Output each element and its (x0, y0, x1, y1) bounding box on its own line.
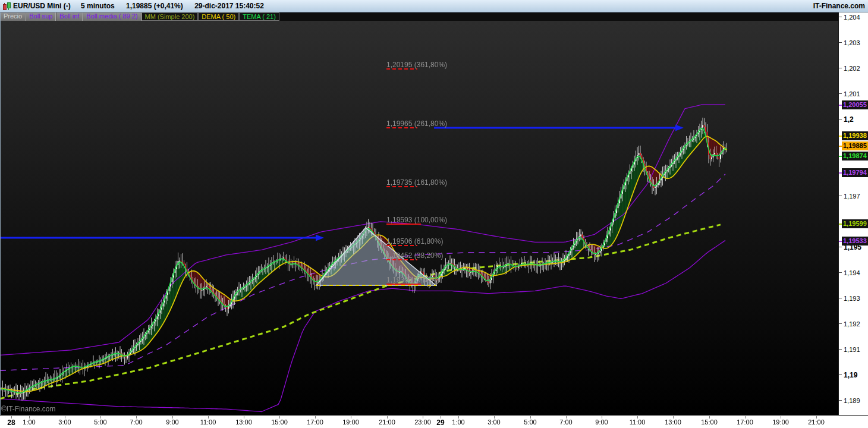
change-percent: (+0,41%) (154, 2, 183, 10)
chart-plot-area[interactable]: 1,20195 (361,80%)1,19965 (261,80%)1,1973… (0, 21, 838, 415)
legend-item[interactable]: Precio (0, 12, 26, 21)
price-badge: 1,19885 (839, 141, 868, 150)
price-tick-label: 1,204 (839, 14, 868, 21)
price-badge: 1,19938 (839, 131, 868, 140)
legend-item[interactable]: DEMA ( 50) (198, 12, 239, 21)
price-tick-label: 1,192 (839, 320, 868, 328)
price-badge: 1,19533 (839, 237, 868, 246)
price-tick-label: 1,189 (839, 397, 868, 404)
datetime-label: 29-dic-2017 15:40:52 (194, 0, 264, 12)
price-tick-label: 1,203 (839, 39, 868, 46)
price-badge: 1,19599 (839, 219, 868, 228)
last-price-label: 1,19885 (+0,41%) (126, 0, 183, 12)
watermark: ©IT-Finance.com (1, 405, 56, 413)
time-axis[interactable]: 281:003:005:007:009:0011:0013:0015:0017:… (0, 415, 868, 428)
fib-level-label: 1,19506 (61,80%) (386, 237, 443, 246)
price-tick-label: 1,2 (839, 116, 868, 123)
price-badge: 1,20055 (839, 100, 868, 109)
price-badge: 1,19794 (839, 168, 868, 177)
fib-level-label: 1,19735 (161,80%) (386, 178, 447, 187)
candlestick-icon (2, 2, 11, 10)
branding-label: IT-Finance.com (813, 0, 865, 12)
legend-item[interactable]: Boll inf (56, 12, 83, 21)
price-tick-label: 1,191 (839, 346, 868, 353)
price-badge: 1,19874 (839, 152, 868, 160)
last-price-value: 1,19885 (126, 2, 152, 10)
timeframe-label: 5 minutos (81, 0, 115, 12)
price-tick-label: 1,202 (839, 65, 868, 72)
legend-item[interactable]: Boll media ( 89 2) (83, 12, 141, 21)
chart-window: EUR/USD Mini (-) 5 minutos 1,19885 (+0,4… (0, 0, 868, 428)
price-tick-label: 1,19 (839, 372, 868, 379)
price-tick-label: 1,201 (839, 90, 868, 97)
title-bar: EUR/USD Mini (-) 5 minutos 1,19885 (+0,4… (0, 0, 868, 12)
symbol-title: EUR/USD Mini (-) (13, 0, 71, 12)
fib-level-label: 1,19364 (0,00%) (386, 276, 439, 284)
legend-item[interactable]: Boll sup (26, 12, 56, 21)
legend-item[interactable]: MM (Simple 200) (141, 12, 199, 21)
window-edge (0, 12, 1, 415)
fib-level-label: 1,19452 (38,20%) (386, 251, 443, 260)
price-tick-label: 1,197 (839, 193, 868, 200)
fib-level-label: 1,20195 (361,80%) (386, 61, 447, 69)
price-tick-label: 1,194 (839, 269, 868, 276)
fib-level-label: 1,19965 (261,80%) (386, 119, 447, 128)
legend-item[interactable]: TEMA ( 21) (239, 12, 279, 21)
price-tick-label: 1,193 (839, 295, 868, 302)
indicator-legend-bar: PrecioBoll supBoll infBoll media ( 89 2)… (0, 12, 838, 21)
fib-level-label: 1,19593 (100,00%) (386, 216, 447, 224)
price-axis[interactable]: 1,2041,2031,2021,2011,21,1971,1951,1941,… (838, 12, 868, 415)
